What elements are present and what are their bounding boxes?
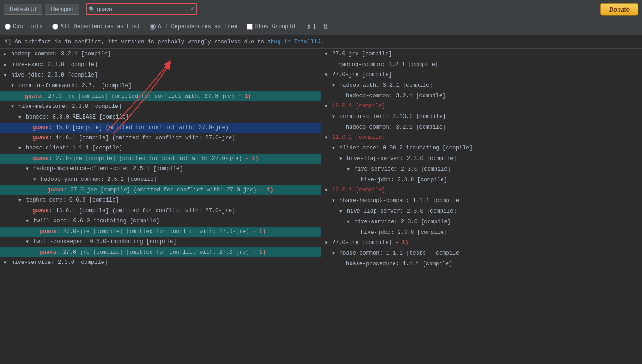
dep-version: : 1.1.1 [compile] bbox=[66, 145, 122, 151]
conflicts-option[interactable]: Conflicts bbox=[5, 24, 43, 30]
dep-name: hive-jdbc bbox=[361, 229, 391, 236]
dep-name: hadoop-auth bbox=[339, 82, 376, 89]
list-item[interactable]: guava: 15.0 [compile] (omitted for confl… bbox=[0, 123, 321, 133]
dep-name: curator-framework bbox=[18, 83, 75, 89]
dep-name: twill-zookeeper bbox=[33, 239, 83, 245]
list-item[interactable]: ▼ hadoop-auth: 3.2.1 [compile] bbox=[321, 80, 642, 91]
all-deps-tree-option[interactable]: All Dependencies as Tree bbox=[150, 24, 238, 30]
search-clear-icon[interactable]: × bbox=[190, 6, 194, 12]
list-item[interactable]: ▼ hive-llap-server: 2.3.0 [compile] bbox=[321, 154, 642, 164]
list-item[interactable]: ▼ 27.0-jre [compile] bbox=[321, 49, 642, 60]
all-deps-list-option[interactable]: All Dependencies as List bbox=[52, 24, 140, 30]
dep-version: : 2.3.0 [compile] bbox=[65, 103, 121, 110]
list-item[interactable]: guava: 14.0.1 [compile] (omitted for con… bbox=[0, 133, 321, 143]
arrow-down-icon: ▼ bbox=[26, 167, 31, 172]
arrow-down-icon: ▼ bbox=[11, 84, 17, 89]
dep-name: hive-service bbox=[11, 259, 51, 266]
list-item[interactable]: hive-jdbc: 2.3.0 [compile] bbox=[321, 175, 642, 185]
toolbar: Refresh UI Reimport 🔍 × Donate bbox=[0, 0, 642, 18]
main-content: ▶ hadoop-common: 3.2.1 [compile]▶ hive-e… bbox=[0, 49, 642, 364]
list-item[interactable]: ▼ curator-framework: 2.7.1 [compile] bbox=[0, 81, 321, 91]
list-item[interactable]: guava: 27.0-jre [compile] (omitted for c… bbox=[0, 247, 321, 257]
list-item[interactable]: ▼ 11.0.2 [compile] bbox=[321, 132, 642, 143]
dep-version: 12.0.1 [compile] bbox=[332, 187, 385, 193]
conflicts-radio[interactable] bbox=[5, 24, 11, 30]
refresh-ui-button[interactable]: Refresh UI bbox=[4, 4, 42, 15]
list-item[interactable]: hadoop-common: 3.2.1 [compile] bbox=[321, 91, 642, 101]
dep-version: : 2.3.0 [compile] bbox=[394, 219, 450, 225]
show-groupid-label: Show GroupId bbox=[255, 24, 295, 30]
list-item[interactable]: ▼ hive-service: 2.3.0 [compile] bbox=[0, 257, 321, 268]
right-panel[interactable]: ▼ 27.0-jre [compile]hadoop-common: 3.2.1… bbox=[321, 49, 642, 364]
all-deps-list-radio[interactable] bbox=[52, 24, 58, 30]
dep-name: bonecp bbox=[26, 114, 46, 120]
show-groupid-checkbox[interactable] bbox=[247, 24, 253, 30]
list-item[interactable]: hadoop-common: 3.2.1 [compile] bbox=[321, 122, 642, 132]
dep-version: : 0.6.0-incubating [compile] bbox=[67, 218, 160, 224]
arrow-down-icon: ▼ bbox=[4, 260, 9, 265]
list-item[interactable]: ▼ curator-client: 2.13.0 [compile] bbox=[321, 112, 642, 122]
conflicts-label: Conflicts bbox=[13, 24, 43, 30]
list-item[interactable]: ▼ hadoop-mapreduce-client-core: 2.5.1 [c… bbox=[0, 164, 321, 174]
list-item[interactable]: guava: 13.0.1 [compile] (omitted for con… bbox=[0, 206, 321, 216]
dep-name: hive-service bbox=[354, 166, 394, 173]
dep-version: : 3.2.1 [compile] bbox=[389, 93, 446, 99]
list-item[interactable]: ▼ tephra-core: 0.6.0 [compile] bbox=[0, 195, 321, 206]
list-item[interactable]: ▼ hive-llap-server: 2.3.0 [compile] bbox=[321, 206, 642, 217]
dep-name: guava bbox=[32, 135, 49, 141]
list-item[interactable]: ▼ twill-zookeeper: 0.6.0-incubating [com… bbox=[0, 237, 321, 247]
left-panel[interactable]: ▶ hadoop-common: 3.2.1 [compile]▶ hive-e… bbox=[0, 49, 321, 364]
dep-name: hbase-hadoop2-compat bbox=[339, 197, 406, 204]
dep-version: : 2.5.1 [compile] bbox=[127, 166, 183, 172]
list-item[interactable]: ▼ slider-core: 0.90.2-incubating [compil… bbox=[321, 143, 642, 154]
list-item[interactable]: ▼ hive-jdbc: 2.3.0 [compile] bbox=[0, 70, 321, 81]
list-item[interactable]: guava: 27.0-jre [compile] (omitted for c… bbox=[0, 154, 321, 164]
list-item[interactable]: hive-jdbc: 2.3.0 [compile] bbox=[321, 227, 642, 238]
dep-version: 27.0-jre [compile] bbox=[332, 72, 392, 78]
list-item[interactable]: ▼ hive-service: 2.3.0 [compile] bbox=[321, 164, 642, 175]
dep-version: : 27.0-jre [compile] (omitted for confli… bbox=[56, 228, 249, 235]
list-item[interactable]: ▶ hive-exec: 2.3.0 [compile] bbox=[0, 60, 321, 70]
donate-button[interactable]: Donate bbox=[600, 3, 638, 15]
dep-version: : 0.6.0 [compile] bbox=[62, 197, 119, 203]
list-item[interactable]: ▼ bonecp: 0.8.0.RELEASE [compile] bbox=[0, 112, 321, 123]
list-item[interactable]: ▼ 27.0-jre [compile] - 1) bbox=[321, 238, 642, 248]
arrow-down-icon: ▼ bbox=[332, 114, 338, 119]
list-item[interactable]: ▶ hadoop-common: 3.2.1 [compile] bbox=[0, 49, 321, 60]
arrow-down-icon: ▼ bbox=[18, 115, 24, 120]
dep-version: 16.0.1 [compile] bbox=[332, 103, 385, 109]
list-item[interactable]: ▼ twill-core: 0.6.0-incubating [compile] bbox=[0, 216, 321, 227]
dep-name: hadoop-common bbox=[339, 61, 382, 68]
list-item[interactable]: ▼ hbase-hadoop2-compat: 1.1.1 [compile] bbox=[321, 196, 642, 206]
reimport-button[interactable]: Reimport bbox=[45, 4, 79, 15]
icon-buttons: ⬆⬇ ⇅ bbox=[304, 22, 330, 31]
dep-version: : 2.5.1 [compile] bbox=[101, 176, 157, 183]
arrow-down-icon: ▼ bbox=[332, 146, 338, 151]
expand-all-button[interactable]: ⇅ bbox=[321, 22, 330, 31]
show-groupid-option[interactable]: Show GroupId bbox=[247, 24, 295, 30]
list-item[interactable]: hbase-procedure: 1.1.1 [compile] bbox=[321, 259, 642, 269]
bug-intellij-link[interactable]: bug in IntelliJ bbox=[271, 39, 321, 45]
list-item[interactable]: guava: 27.0-jre [compile] (omitted for c… bbox=[0, 227, 321, 237]
list-item[interactable]: ▼ hbase-common: 1.1.1 [tests - compile] bbox=[321, 248, 642, 259]
arrow-down-icon: ▼ bbox=[4, 73, 9, 78]
arrow-down-icon: ▼ bbox=[325, 104, 330, 109]
list-item[interactable]: guava: 27.0-jre [compile] (omitted for c… bbox=[0, 91, 321, 101]
list-item[interactable]: ▼ 12.0.1 [compile] bbox=[321, 185, 642, 196]
list-item[interactable]: ▼ 16.0.1 [compile] bbox=[321, 101, 642, 112]
dep-name: slider-core bbox=[339, 145, 376, 151]
list-item[interactable]: guava: 27.0-jre [compile] (omitted for c… bbox=[0, 185, 321, 195]
list-item[interactable]: ▼ hive-metastore: 2.3.0 [compile] bbox=[0, 101, 321, 112]
all-deps-tree-radio[interactable] bbox=[150, 24, 156, 30]
collapse-all-button[interactable]: ⬆⬇ bbox=[304, 22, 319, 31]
list-item[interactable]: ▼ hbase-client: 1.1.1 [compile] bbox=[0, 143, 321, 154]
list-item[interactable]: ▼ hadoop-yarn-common: 2.5.1 [compile] bbox=[0, 174, 321, 185]
list-item[interactable]: ▼ 27.0-jre [compile] bbox=[321, 70, 642, 80]
list-item[interactable]: ▼ hive-service: 2.3.0 [compile] bbox=[321, 217, 642, 227]
search-input[interactable] bbox=[86, 3, 197, 15]
dep-version: : 2.13.0 [compile] bbox=[386, 113, 446, 120]
dep-name: hive-service bbox=[354, 219, 394, 225]
list-item[interactable]: hadoop-common: 3.2.1 [compile] bbox=[321, 60, 642, 70]
dep-version: : 27.0-jre [compile] (omitted for confli… bbox=[49, 155, 242, 162]
info-bar: 1) An artifact is in conflict, its versi… bbox=[0, 35, 642, 49]
